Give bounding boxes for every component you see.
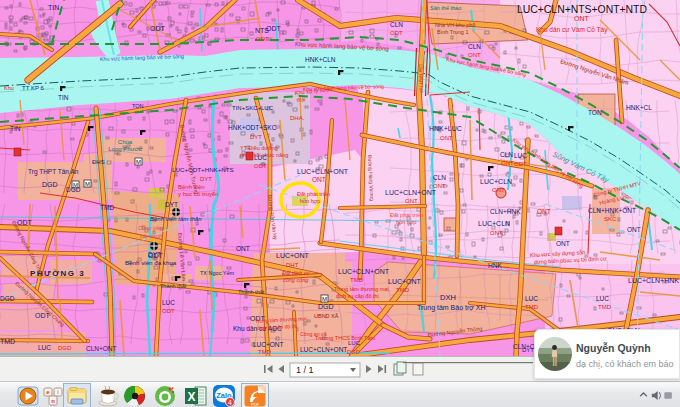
svg-text:dịch vụ cấp đô thị: dịch vụ cấp đô thị [336,293,379,299]
svg-text:Trg THPT Tân An: Trg THPT Tân An [28,168,79,176]
svg-text:Trung tâm thương mại,: Trung tâm thương mại, [334,286,391,292]
svg-text:Khu dân cư Vàm Cỏ Tây: Khu dân cư Vàm Cỏ Tây [536,26,608,34]
svg-text:LUC+CLN: LUC+CLN [480,178,512,185]
svg-text:HNK+CL: HNK+CL [626,104,652,111]
svg-text:TMD: TMD [350,277,364,283]
svg-text:DGD: DGD [347,349,360,355]
svg-text:Sân thể thao: Sân thể thao [430,5,461,11]
svg-text:LUC+CLN+ONT: LUC+CLN+ONT [338,268,390,275]
svg-text:HNK+ODT+SKC: HNK+ODT+SKC [228,124,277,131]
svg-text:DGD: DGD [42,181,58,188]
svg-text:TMD: TMD [525,304,539,310]
svg-text:ODT: ODT [514,161,527,167]
svg-text:DYT: DYT [200,176,212,182]
svg-text:ONT: ONT [468,52,481,58]
svg-text:ODT: ODT [162,308,175,314]
svg-text:Long Phước: Long Phước [108,146,141,152]
svg-text:Bệnh viện tâm thần: Bệnh viện tâm thần [150,216,202,222]
svg-text:DYT: DYT [522,347,534,353]
svg-text:Công an xã: Công an xã [300,331,327,337]
svg-text:Đất phát triển: Đất phát triển [390,212,423,218]
svg-text:DYT: DYT [250,134,262,140]
svg-text:M: M [85,181,90,187]
svg-text:ODT: ODT [254,163,267,169]
svg-text:ONT: ONT [440,135,453,141]
svg-text:HNK+LUC: HNK+LUC [429,125,462,132]
svg-text:TIN+SKC+LUC: TIN+SKC+LUC [232,105,274,111]
svg-text:ĐHS: ĐHS [92,159,105,165]
svg-text:TON: TON [132,103,144,109]
svg-text:ONT: ONT [236,245,250,252]
svg-text:M: M [322,296,327,302]
svg-text:Cầu Nhựt Tảo: Cầu Nhựt Tảo [418,64,424,94]
svg-text:Thành thất: Thành thất [238,289,265,295]
svg-text:Trung tâm Bảo trợ XH: Trung tâm Bảo trợ XH [417,304,486,312]
svg-text:ONT: ONT [556,240,570,247]
svg-text:DHA.: DHA. [290,115,305,121]
svg-text:ODT: ODT [390,30,403,36]
svg-text:TMD: TMD [100,204,114,211]
svg-text:LUC+ONT: LUC+ONT [253,341,284,348]
svg-text:ONT: ONT [405,198,418,204]
svg-text:ONT: ONT [492,187,505,193]
svg-text:CLN: CLN [433,174,446,181]
svg-text:DHT: DHT [286,262,299,268]
svg-text:DYT: DYT [148,251,161,258]
svg-text:LUC: LUC [38,344,51,351]
svg-text:LUC+ONT: LUC+ONT [388,278,422,285]
svg-text:CLN: CLN [468,43,481,50]
svg-text:CLN+ONT: CLN+ONT [86,345,117,352]
svg-text:DGD: DGD [0,295,15,302]
svg-text:Thành thất: Thành thất [160,283,187,289]
svg-text:DYT: DYT [165,201,178,208]
svg-text:LUC: LUC [348,340,361,346]
svg-text:ODT: ODT [150,25,166,32]
svg-text:NTS: NTS [255,27,269,34]
svg-text:PDF: PDF [251,401,260,406]
svg-text:TMD: TMD [598,304,612,310]
svg-text:TIN: TIN [10,125,21,132]
svg-text:LUC+CLN+ONT: LUC+CLN+ONT [385,189,437,196]
svg-text:Bệnh viện đa khoa: Bệnh viện đa khoa [125,259,177,266]
svg-text:LUC+CLN: LUC+CLN [478,220,510,227]
svg-text:DGD: DGD [58,345,72,351]
svg-text:DGD: DGD [318,303,334,310]
svg-text:n: n [51,398,55,404]
svg-text:TIN: TIN [58,94,69,101]
svg-text:ONT: ONT [627,226,641,233]
svg-text:TT KP 6: TT KP 6 [22,85,44,91]
svg-text:HNK+CLN: HNK+CLN [305,56,336,63]
svg-text:TIN: TIN [48,4,59,11]
svg-text:Nhà VH khu phố: Nhà VH khu phố [435,22,475,28]
svg-text:LUC+ONT: LUC+ONT [276,252,310,259]
svg-text:hỗn hợp: hỗn hợp [396,219,416,225]
svg-text:TON: TON [588,109,602,116]
svg-text:Đất dịch vụ: Đất dịch vụ [282,270,310,276]
svg-text:TX Ngọc Yểm: TX Ngọc Yểm [200,270,235,276]
svg-text:LUC: LUC [162,299,175,306]
svg-text:CLN: CLN [390,21,403,28]
svg-text:LUC+CLN+ONT: LUC+CLN+ONT [297,168,349,175]
svg-text:LUC: LUC [514,152,527,159]
svg-text:X: X [187,390,195,404]
svg-text:ONT: ONT [490,230,503,236]
svg-text:LUC: LUC [596,295,609,302]
svg-text:Đất phát triển: Đất phát triển [297,191,330,197]
svg-text:cây xanh: cây xanh [140,233,162,239]
svg-text:thải: thải [296,96,305,103]
svg-text:LUC+CLN+HNK: LUC+CLN+HNK [628,277,679,284]
svg-text:SKC: SKC [604,216,617,222]
svg-text:M: M [136,159,141,165]
svg-text:Khu: Khu [4,85,14,91]
svg-text:CLN+HNK+ONT: CLN+HNK+ONT [588,207,636,214]
svg-text:CLN+HNK: CLN+HNK [490,208,521,215]
svg-text:1 / 1: 1 / 1 [296,365,314,375]
svg-text:TMD: TMD [258,349,272,355]
svg-text:Bình Trung 1: Bình Trung 1 [437,29,469,35]
svg-text:TMD: TMD [0,338,15,345]
svg-text:Chùa: Chùa [118,139,133,145]
svg-text:ONT: ONT [574,15,590,22]
svg-text:TMD: TMD [396,287,410,293]
svg-text:LUC: LUC [525,295,538,302]
svg-text:YT Điều dưỡng: YT Điều dưỡng [240,145,278,151]
